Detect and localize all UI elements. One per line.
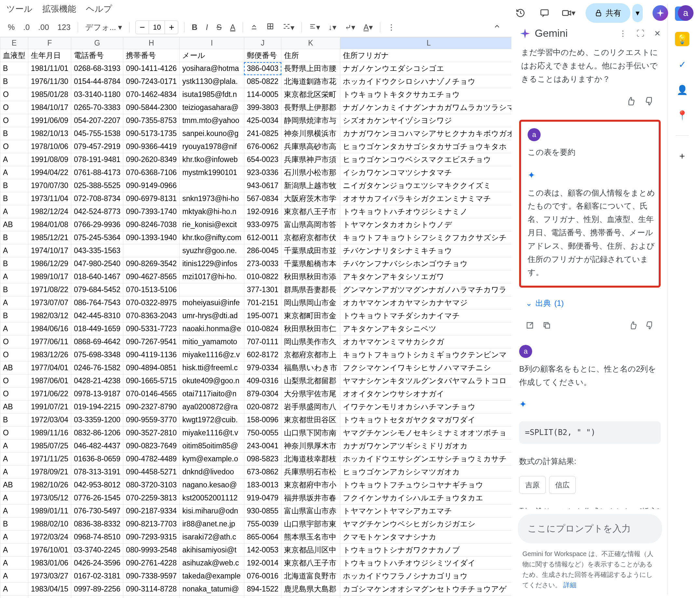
data-cell[interactable]: B	[0, 257, 28, 270]
data-cell[interactable]: 158-0096	[244, 414, 281, 426]
format-dec-decrease[interactable]: .0	[22, 22, 31, 33]
data-cell[interactable]: 090-5844-2300	[123, 101, 179, 114]
data-cell[interactable]: 098-5823	[244, 453, 281, 466]
data-cell[interactable]: umr-hrys@dti.ad	[179, 309, 244, 322]
data-cell[interactable]: 090-2761-4228	[123, 557, 179, 570]
data-cell[interactable]: イシカワケンコマツシナタマチ	[340, 166, 511, 179]
data-cell[interactable]: 1971/11/25	[28, 453, 71, 466]
data-cell[interactable]: 090-8213-7703	[123, 518, 179, 531]
data-cell[interactable]: A	[0, 322, 28, 335]
data-cell[interactable]: ヤマナシケンキタツルグンタバヤマムラトコロ	[340, 374, 511, 388]
data-cell[interactable]: 1989/01/11	[28, 505, 71, 518]
data-cell[interactable]: 192-0014	[244, 557, 281, 570]
bold-button[interactable]: B	[190, 22, 198, 33]
data-cell[interactable]: naoaki.honma@e	[179, 322, 244, 335]
data-cell[interactable]: 142-0053	[244, 544, 281, 557]
data-cell[interactable]: ヤマグチケンウベシヒガシカジガエシ	[340, 518, 511, 531]
data-cell[interactable]: 長野県上伊那郡	[281, 101, 340, 114]
data-cell[interactable]: 090-7243-0171	[123, 75, 179, 88]
data-cell[interactable]: 673-0862	[244, 466, 281, 479]
data-cell[interactable]: A	[0, 270, 28, 283]
data-cell[interactable]: A	[0, 453, 28, 466]
data-cell[interactable]: okute409@goo.n	[179, 374, 244, 388]
data-cell[interactable]: 東京都世田谷区	[281, 414, 340, 426]
data-cell[interactable]: 0997-89-2256	[71, 583, 123, 596]
data-cell[interactable]: 京都府京都市伏	[281, 231, 340, 244]
menu-tools[interactable]: ツール	[6, 3, 32, 15]
data-cell[interactable]: 273-0033	[244, 257, 281, 270]
data-cell[interactable]: 090-2327-8790	[123, 400, 179, 414]
data-cell[interactable]: 兵庫県神戸市須	[281, 153, 340, 166]
data-cell[interactable]: 010-0824	[244, 322, 281, 335]
data-cell[interactable]: ホッカイドウエサシグンエサシチョウミカサチ	[340, 453, 511, 466]
data-cell[interactable]: 676-0062	[244, 140, 281, 153]
data-cell[interactable]: mitio_yamamoto	[179, 335, 244, 348]
data-cell[interactable]: ナガノケンウエダシコシゴエ	[340, 62, 511, 75]
data-cell[interactable]: 0766-29-9936	[71, 218, 123, 231]
format-dec-increase[interactable]: .00	[37, 22, 50, 33]
data-cell[interactable]: 075-698-3348	[71, 348, 123, 362]
data-cell[interactable]: 1986/12/29	[28, 257, 71, 270]
fontsize-input[interactable]	[149, 21, 165, 34]
menu-extensions[interactable]: 拡張機能	[42, 3, 76, 15]
data-cell[interactable]: mktyak@hi-ho.n	[179, 205, 244, 218]
data-cell[interactable]: 090-9149-0966	[123, 179, 179, 192]
data-cell[interactable]: nonaka_tatumi@	[179, 583, 244, 596]
data-cell[interactable]: nagano.kesao@	[179, 479, 244, 492]
data-cell[interactable]: 1971/06/22	[28, 388, 71, 400]
data-cell[interactable]: 東京都品川区中	[281, 544, 340, 557]
data-cell[interactable]: 新潟県上越市牧	[281, 179, 340, 192]
data-cell[interactable]: 1982/10/26	[28, 479, 71, 492]
data-cell[interactable]: kisi.miharu@odn	[179, 505, 244, 518]
data-cell[interactable]: 山梨県北都留郡	[281, 374, 340, 388]
data-cell[interactable]	[179, 179, 244, 192]
data-cell[interactable]: isuta1985@fdt.n	[179, 88, 244, 101]
data-cell[interactable]: ヤマグチケンシモノセキシミナミオオツボチョ	[340, 426, 511, 440]
data-cell[interactable]: イワテケンモリオカシハチマンチョウ	[340, 400, 511, 414]
data-cell[interactable]: 1976/10/01	[28, 544, 71, 557]
data-cell[interactable]: 東京都八王子市	[281, 557, 340, 570]
data-cell[interactable]: 879-0304	[244, 388, 281, 400]
data-cell[interactable]: オカヤマケンミマサカシクガ	[340, 335, 511, 348]
data-cell[interactable]: シズオカケンヤイヅシヨシワジ	[340, 114, 511, 127]
data-cell[interactable]: 1982/10/13	[28, 127, 71, 140]
data-cell[interactable]: トウキョウトハチオウジシミナミノ	[340, 205, 511, 218]
italic-button[interactable]: I	[205, 22, 209, 33]
data-cell[interactable]: 313-0051	[244, 596, 281, 598]
data-cell[interactable]: 福井県坂井市春	[281, 492, 340, 505]
data-cell[interactable]: tmm.mto@yahoo	[179, 114, 244, 127]
data-cell[interactable]: 東京都北区栄町	[281, 88, 340, 101]
data-cell[interactable]: 0832-86-1206	[71, 426, 123, 440]
data-cell[interactable]: rie_konisi@excit	[179, 218, 244, 231]
data-cell[interactable]: 1991/07/21	[28, 400, 71, 414]
tasks-icon[interactable]: ✓	[675, 57, 689, 72]
data-cell[interactable]: 183-0013	[244, 479, 281, 492]
keep-icon[interactable]: 💡	[675, 32, 689, 46]
data-cell[interactable]: ystk1130@plala.	[179, 75, 244, 88]
data-cell[interactable]: 243-0041	[244, 440, 281, 453]
data-cell[interactable]: 090-7293-9315	[123, 531, 179, 544]
data-cell[interactable]: O	[0, 88, 28, 101]
data-cell[interactable]: 1971/08/22	[28, 283, 71, 296]
data-cell[interactable]: mystmk1990101	[179, 166, 244, 179]
data-cell[interactable]: aya0200872@ra	[179, 400, 244, 414]
data-cell[interactable]: AB	[0, 218, 28, 231]
data-cell[interactable]: 1989/10/17	[28, 270, 71, 283]
data-cell[interactable]: 070-8363-2043	[123, 309, 179, 322]
data-cell[interactable]: A	[0, 557, 28, 570]
data-cell[interactable]: 078-313-3191	[71, 466, 123, 479]
data-cell[interactable]: 03-3140-1180	[71, 88, 123, 101]
data-cell[interactable]: 090-4458-5271	[123, 466, 179, 479]
data-cell[interactable]: 707-0111	[244, 335, 281, 348]
data-cell[interactable]: 090-1665-5715	[123, 374, 179, 388]
data-cell[interactable]: 865-0064	[244, 531, 281, 544]
data-cell[interactable]: kym@example.o	[179, 453, 244, 466]
data-cell[interactable]: A	[0, 244, 28, 257]
data-cell[interactable]: 山口県宇部市東	[281, 518, 340, 531]
data-cell[interactable]: トウキョウトフチュウシコヤナギチョウ	[340, 479, 511, 492]
data-cell[interactable]: オオサカフイバラキシガクエンミナミマチ	[340, 192, 511, 205]
data-cell[interactable]: AB	[0, 362, 28, 374]
data-cell[interactable]: 0836-38-8332	[71, 518, 123, 531]
data-cell[interactable]: 241-0825	[244, 127, 281, 140]
data-cell[interactable]: dnknd@livedoo	[179, 466, 244, 479]
